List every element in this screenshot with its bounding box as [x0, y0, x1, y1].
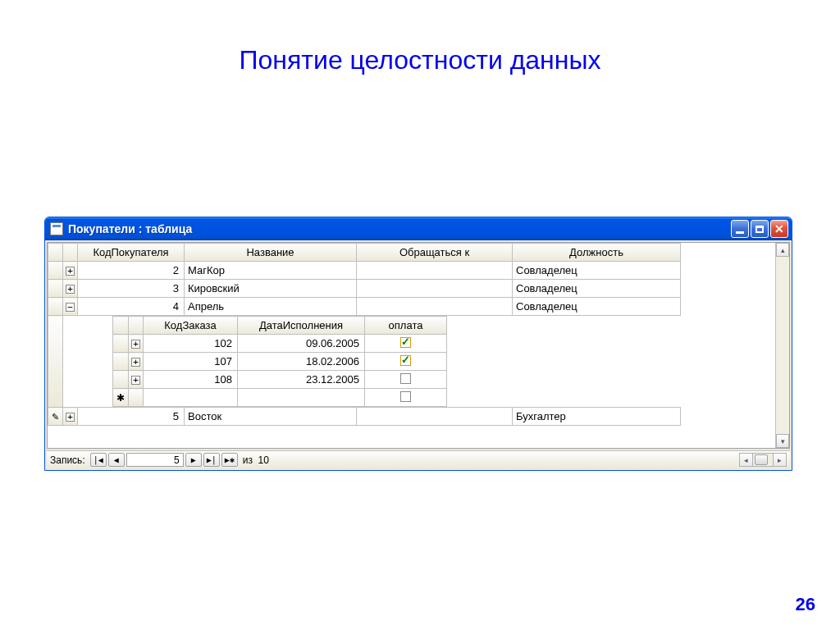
- col-header[interactable]: оплата: [365, 317, 447, 335]
- prev-record-button[interactable]: ◀: [108, 453, 125, 467]
- expand-icon[interactable]: +: [131, 340, 140, 349]
- cell[interactable]: Совладелец: [513, 262, 681, 280]
- cell[interactable]: [357, 280, 513, 298]
- scroll-down-icon[interactable]: ▾: [776, 434, 789, 448]
- cell[interactable]: Апрель: [185, 298, 357, 316]
- col-header[interactable]: Название: [185, 244, 357, 262]
- col-header[interactable]: Должность: [513, 244, 681, 262]
- cell[interactable]: 18.02.2006: [238, 353, 365, 371]
- window-title: Покупатели : таблица: [68, 222, 731, 235]
- cell[interactable]: 4: [78, 298, 185, 316]
- horizontal-scrollbar[interactable]: ◂ ▸: [739, 453, 787, 467]
- first-record-button[interactable]: |◀: [90, 453, 107, 467]
- slide-title: Понятие целостности данных: [0, 0, 840, 75]
- cell[interactable]: [357, 408, 513, 426]
- window: Покупатели : таблица ✕ КодПокупателя Наз…: [44, 217, 792, 471]
- checkbox-icon[interactable]: [400, 355, 411, 366]
- col-header[interactable]: КодЗаказа: [144, 317, 238, 335]
- data-grid: КодПокупателя Название Обращаться к Долж…: [47, 242, 790, 449]
- table-row[interactable]: + 2 МагКор Совладелец: [48, 262, 681, 280]
- maximize-button[interactable]: [751, 220, 769, 238]
- minimize-button[interactable]: [731, 220, 749, 238]
- cell[interactable]: Совладелец: [513, 298, 681, 316]
- table-row[interactable]: ✎ + 5 Восток Бухгалтер: [48, 408, 681, 426]
- table-icon: [50, 222, 63, 235]
- scroll-up-icon[interactable]: ▴: [776, 243, 789, 257]
- last-record-button[interactable]: ▶|: [203, 453, 220, 467]
- checkbox-icon[interactable]: [400, 373, 411, 384]
- main-table[interactable]: КодПокупателя Название Обращаться к Долж…: [48, 243, 681, 426]
- table-row[interactable]: + 108 23.12.2005: [113, 371, 554, 389]
- table-row[interactable]: + 3 Кировский Совладелец: [48, 280, 681, 298]
- header-row: КодПокупателя Название Обращаться к Долж…: [48, 244, 681, 262]
- cell[interactable]: Кировский: [185, 280, 357, 298]
- expand-icon[interactable]: +: [66, 413, 75, 422]
- expand-icon[interactable]: +: [131, 358, 140, 367]
- cell[interactable]: Совладелец: [513, 280, 681, 298]
- sub-table[interactable]: КодЗаказа ДатаИсполнения оплата + 102 09…: [112, 316, 554, 407]
- cell[interactable]: 23.12.2005: [238, 371, 365, 389]
- cell[interactable]: 09.06.2005: [238, 335, 365, 353]
- cell[interactable]: 108: [144, 371, 238, 389]
- table-row[interactable]: − 4 Апрель Совладелец: [48, 298, 681, 316]
- record-navigator: Запись: |◀ ◀ ▶ ▶| ▶✱ из 10 ◂ ▸: [47, 450, 790, 468]
- scroll-right-icon[interactable]: ▸: [773, 453, 787, 467]
- expand-icon[interactable]: +: [131, 376, 140, 385]
- slide-number: 26: [796, 594, 815, 615]
- titlebar[interactable]: Покупатели : таблица ✕: [45, 217, 792, 240]
- cell[interactable]: Бухгалтер: [513, 408, 681, 426]
- cell[interactable]: 5: [78, 408, 185, 426]
- record-total: из 10: [243, 454, 269, 466]
- col-header[interactable]: ДатаИсполнения: [238, 317, 365, 335]
- col-header[interactable]: КодПокупателя: [78, 244, 185, 262]
- scroll-left-icon[interactable]: ◂: [739, 453, 753, 467]
- record-number-input[interactable]: [126, 453, 184, 467]
- checkbox-icon[interactable]: [400, 391, 411, 402]
- table-row[interactable]: + 107 18.02.2006: [113, 353, 554, 371]
- new-record-button[interactable]: ▶✱: [221, 453, 238, 467]
- cell[interactable]: [357, 262, 513, 280]
- next-record-button[interactable]: ▶: [185, 453, 202, 467]
- nav-label: Запись:: [50, 454, 85, 466]
- cell[interactable]: МагКор: [185, 262, 357, 280]
- new-row[interactable]: ✱: [113, 389, 554, 407]
- vertical-scrollbar[interactable]: ▴ ▾: [775, 243, 789, 448]
- expand-icon[interactable]: +: [66, 285, 75, 294]
- collapse-icon[interactable]: −: [66, 303, 75, 312]
- subtable-row: КодЗаказа ДатаИсполнения оплата + 102 09…: [48, 316, 681, 408]
- cell[interactable]: 2: [78, 262, 185, 280]
- checkbox-icon[interactable]: [400, 337, 411, 348]
- edit-icon: ✎: [52, 412, 59, 422]
- cell[interactable]: 107: [144, 353, 238, 371]
- cell[interactable]: 3: [78, 280, 185, 298]
- cell[interactable]: [357, 298, 513, 316]
- cell[interactable]: Восток: [185, 408, 357, 426]
- close-button[interactable]: ✕: [770, 220, 788, 238]
- table-row[interactable]: + 102 09.06.2005: [113, 335, 554, 353]
- cell[interactable]: 102: [144, 335, 238, 353]
- expand-icon[interactable]: +: [66, 267, 75, 276]
- new-record-icon: ✱: [113, 389, 129, 407]
- col-header[interactable]: Обращаться к: [357, 244, 513, 262]
